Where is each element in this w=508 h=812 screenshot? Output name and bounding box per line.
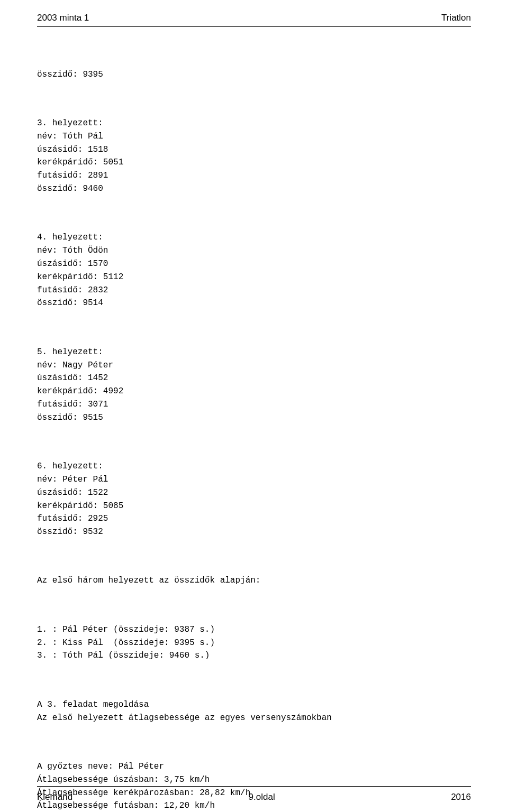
page-footer: Klemand 9.oldal 2016 [37,792,471,802]
top3-title: Az első három helyezett az összidők alap… [37,574,471,587]
footer-rule [37,786,471,787]
place-3-block: 3. helyezett: név: Tóth Pál úszásidő: 15… [37,117,471,196]
total-top: összidő: 9395 [37,68,471,81]
place-5-block: 5. helyezett: név: Nagy Péter úszásidő: … [37,346,471,425]
footer-center: 9.oldal [249,792,275,802]
footer-right: 2016 [451,792,471,802]
place-6-block: 6. helyezett: név: Péter Pál úszásidő: 1… [37,460,471,539]
header-rule [37,26,471,27]
footer-left: Klemand [37,792,72,802]
page: 2003 minta 1 Triatlon összidő: 9395 3. h… [0,0,508,812]
document-body: összidő: 9395 3. helyezett: név: Tóth Pá… [37,42,471,812]
header-left: 2003 minta 1 [37,13,89,23]
page-header: 2003 minta 1 Triatlon [37,13,471,25]
task-3-block: A 3. feladat megoldása Az első helyezett… [37,698,471,725]
header-right: Triatlon [441,13,471,23]
place-4-block: 4. helyezett: név: Tóth Ödön úszásidő: 1… [37,231,471,310]
top3-list: 1. : Pál Péter (összideje: 9387 s.) 2. :… [37,623,471,662]
